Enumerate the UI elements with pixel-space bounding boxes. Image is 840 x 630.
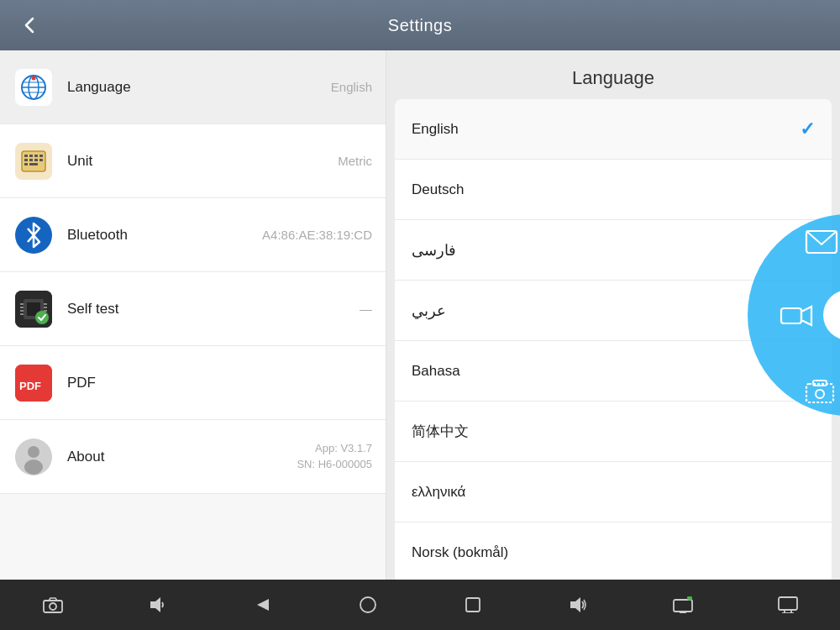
language-option-label: فارسی [412,241,456,260]
svg-rect-24 [44,303,47,305]
globe-icon [15,69,52,106]
svg-rect-50 [674,600,692,612]
svg-rect-20 [20,303,24,305]
pdf-icon-wrapper: PDF [13,363,54,403]
language-option-label: English [412,121,459,138]
sidebar-item-pdf[interactable]: PDF PDF [0,346,386,420]
about-icon-wrapper [13,437,54,477]
check-icon: ✓ [800,118,815,140]
selftest-icon [15,291,52,328]
language-option-bahasa[interactable]: Bahasa [395,341,832,402]
about-icon [15,438,52,475]
selftest-label: Self test [67,301,118,318]
svg-point-32 [28,446,39,458]
right-panel-title: Language [386,50,840,99]
svg-rect-55 [779,597,797,610]
svg-rect-21 [20,307,24,308]
svg-point-28 [35,311,49,324]
about-label: About [67,449,104,465]
camera-icon[interactable] [36,588,70,622]
selftest-value: — [360,300,372,318]
svg-rect-25 [44,307,47,308]
recents-icon[interactable] [456,588,490,622]
language-icon-wrapper [13,67,54,108]
volume-up-icon[interactable] [561,588,595,622]
svg-rect-16 [29,163,38,165]
right-panel: Language English ✓ Deutsch فارسی عربي Ba… [386,50,840,580]
svg-rect-11 [24,159,28,161]
svg-point-44 [50,603,56,610]
home-icon[interactable] [351,588,385,622]
bluetooth-value: A4:86:AE:38:19:CD [262,226,372,244]
language-option-chinese[interactable]: 简体中文 [395,402,832,462]
language-list: English ✓ Deutsch فارسی عربي Bahasa 简体中文… [386,99,840,580]
sidebar-item-unit[interactable]: Unit Metric [0,124,386,198]
language-option-greek[interactable]: ελληνικά [395,462,832,522]
language-option-arabic[interactable]: عربي [395,281,832,341]
sidebar-item-language[interactable]: Language English [0,50,386,124]
unit-label: Unit [67,153,92,170]
language-option-label: Norsk (bokmål) [412,544,508,561]
svg-text:↑: ↑ [688,597,690,601]
language-option-norsk[interactable]: Norsk (bokmål) [395,522,832,580]
language-option-label: Deutsch [412,181,464,198]
svg-rect-13 [34,159,38,161]
top-bar: Settings [0,0,840,50]
bluetooth-label: Bluetooth [67,227,128,244]
main-content: Language English [0,50,840,580]
language-value: English [331,78,372,96]
sidebar-item-selftest[interactable]: Self test — [0,272,386,346]
svg-rect-7 [24,155,28,157]
unit-icon-wrapper [13,141,54,181]
unit-value: Metric [338,152,372,170]
selftest-icon-wrapper [13,289,54,329]
bottom-bar: ↑ [0,580,840,630]
svg-point-33 [24,459,43,475]
volume-down-icon[interactable] [141,588,175,622]
language-option-label: 简体中文 [412,422,469,441]
display-icon[interactable] [771,588,805,622]
back-button[interactable] [13,8,47,42]
svg-rect-23 [20,313,24,315]
settings-sidebar: Language English [0,50,386,580]
bluetooth-icon-wrapper [13,215,54,255]
back-nav-icon[interactable] [246,588,280,622]
language-option-label: ελληνικά [412,484,465,501]
svg-rect-22 [20,310,24,312]
svg-marker-49 [570,597,580,612]
svg-marker-46 [257,599,269,611]
language-option-english[interactable]: English ✓ [395,99,832,160]
sidebar-item-about[interactable]: About App: V3.1.7 SN: H6-000005 [0,420,386,494]
svg-rect-10 [39,155,43,157]
network-icon[interactable]: ↑ [666,588,700,622]
bluetooth-icon [15,217,52,254]
unit-icon [15,143,52,180]
svg-text:PDF: PDF [19,380,41,392]
svg-point-47 [360,597,375,612]
svg-rect-14 [39,159,43,161]
sidebar-item-bluetooth[interactable]: Bluetooth A4:86:AE:38:19:CD [0,198,386,272]
about-value: App: V3.1.7 SN: H6-000005 [297,441,372,471]
svg-rect-12 [29,159,33,161]
pdf-label: PDF [67,375,96,391]
svg-rect-8 [29,155,33,157]
language-option-farsi[interactable]: فارسی [395,220,832,281]
language-option-label: عربي [412,302,446,320]
pdf-icon: PDF [15,365,52,402]
svg-rect-9 [34,155,38,157]
svg-marker-45 [150,597,160,612]
language-option-label: Bahasa [412,363,460,380]
svg-rect-15 [24,163,28,165]
language-option-deutsch[interactable]: Deutsch [395,160,832,220]
svg-rect-43 [44,601,62,612]
language-label: Language [67,79,131,96]
page-title: Settings [388,16,452,35]
svg-rect-48 [466,598,480,612]
